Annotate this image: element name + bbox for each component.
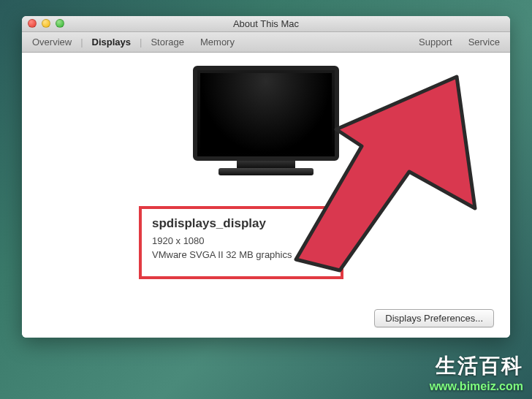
tab-overview[interactable]: Overview	[29, 35, 75, 49]
window-title: About This Mac	[233, 18, 299, 29]
tab-displays[interactable]: Displays	[89, 35, 134, 49]
support-link[interactable]: Support	[416, 35, 455, 49]
monitor-body	[193, 66, 339, 161]
toolbar: Overview | Displays | Storage Memory Sup…	[22, 32, 510, 53]
display-name: spdisplays_display	[152, 216, 330, 231]
titlebar: About This Mac	[22, 16, 510, 32]
tabs-left: Overview | Displays | Storage Memory	[29, 35, 238, 49]
minimize-button[interactable]	[42, 19, 50, 28]
close-button[interactable]	[28, 19, 37, 28]
displays-preferences-button[interactable]: Displays Preferences...	[374, 309, 494, 327]
monitor-base	[218, 168, 314, 175]
tab-memory[interactable]: Memory	[197, 35, 238, 49]
service-link[interactable]: Service	[466, 35, 503, 49]
display-icon	[193, 66, 339, 175]
display-info-highlight: spdisplays_display 1920 x 1080 VMware SV…	[139, 206, 343, 279]
traffic-lights	[28, 19, 64, 28]
watermark-text: 生活百科	[430, 352, 523, 380]
tab-separator: |	[140, 37, 142, 48]
monitor-screen	[200, 73, 332, 153]
zoom-button[interactable]	[56, 19, 64, 28]
watermark: 生活百科 www.bimeiz.com	[430, 352, 523, 393]
tab-storage[interactable]: Storage	[148, 35, 187, 49]
toolbar-right: Support Service	[416, 35, 503, 49]
about-this-mac-window: About This Mac Overview | Displays | Sto…	[22, 16, 510, 338]
tab-separator: |	[80, 37, 83, 48]
display-resolution: 1920 x 1080	[152, 235, 330, 246]
watermark-url: www.bimeiz.com	[430, 380, 523, 393]
display-gpu: VMware SVGA II 32 MB graphics	[152, 249, 330, 260]
content-area: spdisplays_display 1920 x 1080 VMware SV…	[22, 53, 510, 338]
monitor-stand	[237, 161, 295, 168]
